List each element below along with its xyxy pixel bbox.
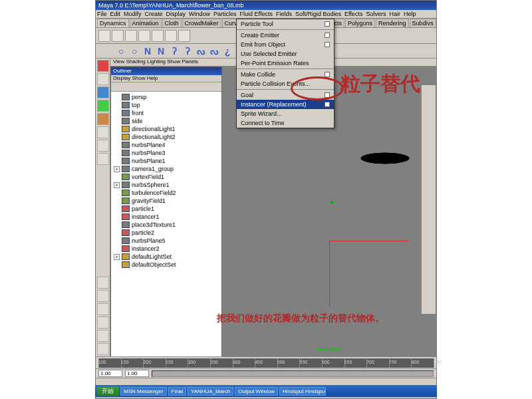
tool-icon[interactable] — [112, 30, 124, 42]
curve-icon[interactable]: N — [154, 45, 168, 57]
tool-icon[interactable] — [97, 126, 109, 138]
outliner-item[interactable]: gravityField1 — [112, 197, 220, 205]
menu-modify[interactable]: Modify — [124, 11, 142, 17]
outliner-item[interactable]: nurbsPlane3 — [112, 149, 220, 157]
menu-create[interactable]: Create — [145, 11, 163, 17]
tool-icon[interactable] — [97, 140, 109, 152]
menu-item[interactable]: Emit from Object — [237, 40, 334, 49]
start-button[interactable]: 开始 — [96, 386, 119, 396]
taskbar-button[interactable]: Final — [168, 387, 186, 396]
menu-item[interactable]: Per-Point Emission Rates — [237, 59, 334, 68]
range-start-input[interactable] — [98, 370, 122, 377]
menu-solvers[interactable]: Solvers — [366, 11, 386, 17]
outliner-item[interactable]: particle1 — [112, 205, 220, 213]
outliner-item[interactable]: +camera1_group — [112, 165, 220, 173]
outliner-item[interactable]: side — [112, 117, 220, 125]
outliner-item[interactable]: directionalLight1 — [112, 125, 220, 133]
outliner-item[interactable]: nurbsPlane4 — [112, 141, 220, 149]
menu-item[interactable]: Particle Tool — [237, 19, 334, 29]
menu-fields[interactable]: Fields — [276, 11, 292, 17]
range-slider[interactable] — [96, 368, 436, 378]
outliner-item[interactable]: particle2 — [112, 229, 220, 237]
outliner-item[interactable]: +nurbsSphere1 — [112, 181, 220, 189]
select-tool-icon[interactable] — [97, 60, 109, 72]
scale-tool-icon[interactable] — [97, 113, 109, 125]
menu-item[interactable]: Instancer (Replacement) — [237, 100, 334, 109]
move-tool-icon[interactable] — [97, 86, 109, 98]
tool-icon[interactable] — [138, 30, 150, 42]
lasso-tool-icon[interactable] — [97, 73, 109, 85]
outliner-item[interactable]: top — [112, 101, 220, 109]
shelf-tab[interactable]: Rendering — [376, 19, 409, 27]
outliner-menubar[interactable]: Display Show Help — [111, 75, 221, 82]
main-menubar[interactable]: FileEditModifyCreateDisplayWindowParticl… — [96, 10, 436, 19]
outliner-item[interactable]: +defaultLightSet — [112, 253, 220, 261]
curve-icon[interactable]: ʔ — [168, 45, 181, 57]
outliner-item[interactable]: vortexField1 — [112, 173, 220, 181]
outliner-item[interactable]: persp — [112, 93, 220, 101]
outliner-item[interactable]: instancer2 — [112, 245, 220, 253]
outliner-item[interactable]: place3dTexture1 — [112, 221, 220, 229]
tool-icon[interactable] — [152, 30, 164, 42]
option-box-icon[interactable] — [325, 33, 330, 38]
shelf-tab[interactable]: Cloth — [162, 19, 182, 27]
shelf-tab[interactable]: Subdivs — [410, 19, 436, 27]
outliner-item[interactable]: nurbsPlane5 — [112, 237, 220, 245]
option-box-icon[interactable] — [325, 42, 330, 47]
option-box-icon[interactable] — [325, 72, 330, 77]
menu-display[interactable]: Display — [166, 11, 186, 17]
tool-icon[interactable] — [98, 30, 110, 42]
tool-icon[interactable] — [165, 30, 177, 42]
curve-icon[interactable]: ᔓ — [207, 45, 221, 57]
menu-item[interactable]: Create Emitter — [237, 29, 334, 40]
menu-file[interactable]: File — [97, 11, 107, 17]
layout-icon[interactable] — [97, 277, 109, 289]
layout-icon[interactable] — [97, 343, 109, 355]
tool-icon[interactable] — [97, 153, 109, 165]
menu-particles[interactable]: Particles — [213, 11, 237, 17]
curve-icon[interactable]: ○ — [114, 45, 128, 57]
menu-effects[interactable]: Effects — [344, 11, 362, 17]
taskbar-button[interactable]: Hindsput Hindsput — [279, 387, 326, 396]
menu-item[interactable]: Sprite Wizard... — [237, 109, 334, 118]
option-box-icon[interactable] — [325, 21, 330, 27]
layout-icon[interactable] — [97, 317, 109, 329]
outliner-item[interactable]: front — [112, 109, 220, 117]
taskbar-button[interactable]: MSN Messenger — [120, 387, 167, 396]
time-slider[interactable]: 1001502002503003504004505005506006507007… — [96, 356, 436, 368]
menu-help[interactable]: Help — [404, 11, 416, 17]
outliner-item[interactable]: defaultObjectSet — [112, 261, 220, 269]
taskbar-button[interactable]: Output Window — [235, 387, 278, 396]
outliner-item[interactable]: instancer1 — [112, 213, 220, 221]
menu-fluid effects[interactable]: Fluid Effects — [240, 11, 273, 17]
tool-icon[interactable] — [125, 30, 137, 42]
curve-icon[interactable]: ¿ — [221, 45, 234, 57]
curve-icon[interactable]: ʔ — [181, 45, 194, 57]
curve-icon[interactable]: ᔓ — [194, 45, 207, 57]
taskbar-button[interactable]: YANHUA_March — [188, 387, 233, 396]
option-box-icon[interactable] — [325, 102, 330, 107]
shelf-tab[interactable]: Animation — [130, 19, 162, 27]
particles-menu-dropdown[interactable]: Particle ToolCreate EmitterEmit from Obj… — [236, 19, 334, 128]
layout-icon[interactable] — [97, 330, 109, 342]
shelf-tab[interactable]: Polygons — [345, 19, 375, 27]
menu-hair[interactable]: Hair — [389, 11, 400, 17]
curve-icon[interactable]: N — [141, 45, 154, 57]
curve-icon[interactable]: ○ — [128, 45, 141, 57]
range-end-input[interactable] — [125, 370, 149, 377]
layout-icon[interactable] — [97, 290, 109, 302]
shelf-tab[interactable]: CrowdMaker — [182, 19, 221, 27]
menu-window[interactable]: Window — [189, 11, 210, 17]
outliner-item[interactable]: directionalLight2 — [112, 133, 220, 141]
menu-item[interactable]: Use Selected Emitter — [237, 49, 334, 59]
rotate-tool-icon[interactable] — [97, 100, 109, 112]
windows-taskbar[interactable]: 开始 MSN MessengerFinalYANHUA_MarchOutput … — [95, 385, 437, 397]
menu-edit[interactable]: Edit — [110, 11, 121, 17]
outliner-tree[interactable]: persptopfrontsidedirectionalLight1direct… — [111, 92, 221, 356]
layout-icon[interactable] — [97, 303, 109, 315]
menu-item[interactable]: Connect to Time — [237, 118, 334, 128]
outliner-item[interactable]: nurbsPlane1 — [112, 157, 220, 165]
module-selector[interactable]: Dynamics — [97, 19, 129, 27]
menu-soft/rigid bodies[interactable]: Soft/Rigid Bodies — [295, 11, 341, 17]
outliner-item[interactable]: turbulenceField2 — [112, 189, 220, 197]
